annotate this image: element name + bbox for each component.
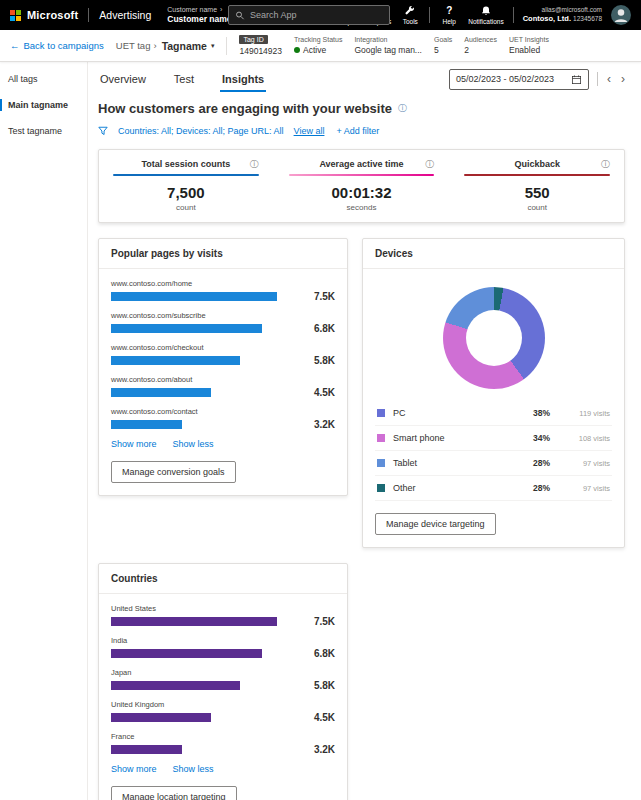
prev-date-button[interactable]: ‹ <box>607 72 611 86</box>
bar <box>111 420 182 429</box>
tabs-row: Overview Test Insights 05/02/2023 - 05/0… <box>98 66 625 92</box>
bar-row: United States 7.5K <box>111 604 335 627</box>
legend-swatch <box>377 484 385 492</box>
bell-icon <box>480 5 492 17</box>
tag-name-dropdown[interactable]: Tagname ▾ <box>162 40 215 52</box>
metric-quickback: Quickback ⓘ 550 count <box>464 159 610 212</box>
show-less-link[interactable]: Show less <box>173 764 214 774</box>
legend-swatch <box>377 409 385 417</box>
bar-row: India 6.8K <box>111 636 335 659</box>
bar <box>111 713 211 722</box>
show-more-link[interactable]: Show more <box>111 439 157 449</box>
breadcrumb: UET tag › Tagname ▾ <box>116 40 215 52</box>
integration-value: Google tag man... <box>354 45 422 55</box>
legend-row: Tablet 28% 97 visits <box>375 451 612 476</box>
bar-row: www.contoso.com/contact 3.2K <box>111 407 335 430</box>
bar <box>111 356 240 365</box>
sidebar-item-main-tagname[interactable]: Main tagname <box>0 92 87 118</box>
tab-overview[interactable]: Overview <box>98 66 148 92</box>
metrics-summary-card: Total session counts ⓘ 7,500 count Avera… <box>98 149 625 223</box>
divider <box>513 7 514 23</box>
countries-card: Countries United States 7.5K India 6.8K … <box>98 563 348 800</box>
legend-swatch <box>377 459 385 467</box>
view-all-link[interactable]: View all <box>294 126 325 136</box>
info-icon[interactable]: ⓘ <box>601 158 610 171</box>
legend-swatch <box>377 434 385 442</box>
tags-sidebar: All tags Main tagname Test tagname <box>0 62 88 800</box>
manage-conversion-goals-button[interactable]: Manage conversion goals <box>111 461 236 483</box>
show-more-link[interactable]: Show more <box>111 764 157 774</box>
info-icon[interactable]: ⓘ <box>250 158 259 171</box>
tracking-status-value: Active <box>303 45 326 55</box>
info-icon[interactable]: ⓘ <box>398 102 407 115</box>
filters-summary[interactable]: Countries: All; Devices: All; Page URL: … <box>118 126 284 136</box>
status-dot <box>294 47 300 53</box>
back-to-campaigns-link[interactable]: ← Back to campaigns <box>10 40 104 51</box>
help-button[interactable]: ? Help <box>439 5 459 25</box>
card-title: Popular pages by visits <box>99 239 347 269</box>
top-app-bar: Microsoft Advertising Customer name › Cu… <box>0 0 641 30</box>
bar-row: Japan 5.8K <box>111 668 335 691</box>
goals-field: Goals 5 <box>434 36 452 55</box>
help-label: Help <box>443 18 456 25</box>
calendar-icon <box>571 74 582 85</box>
bar <box>111 324 262 333</box>
search-box[interactable] <box>228 5 390 25</box>
metric-accent-line <box>113 174 259 176</box>
divider <box>88 8 89 22</box>
popular-pages-card: Popular pages by visits www.contoso.com/… <box>98 238 348 496</box>
bar <box>111 649 262 658</box>
next-date-button[interactable]: › <box>621 72 625 86</box>
search-icon <box>235 10 245 21</box>
sidebar-item-all-tags[interactable]: All tags <box>0 66 87 92</box>
uet-insights-value: Enabled <box>509 45 549 55</box>
manage-device-targeting-button[interactable]: Manage device targeting <box>375 513 496 535</box>
tag-id-value: 149014923 <box>239 46 282 56</box>
sidebar-item-test-tagname[interactable]: Test tagname <box>0 118 87 144</box>
audiences-field: Audiences 2 <box>464 36 497 55</box>
search-input[interactable] <box>250 10 383 20</box>
filter-funnel-icon <box>98 126 108 136</box>
date-range-value: 05/02/2023 - 05/02/2023 <box>456 74 554 84</box>
notifications-button[interactable]: Notifications <box>468 5 503 25</box>
tab-insights[interactable]: Insights <box>220 66 266 92</box>
account-info[interactable]: alias@microsoft.com Contoso, Ltd. 123456… <box>523 6 602 24</box>
bar <box>111 292 277 301</box>
manage-location-targeting-button[interactable]: Manage location targeting <box>111 786 237 800</box>
uet-insights-field: UET Insights Enabled <box>509 36 549 55</box>
tools-button[interactable]: Tools <box>400 5 420 25</box>
tools-label: Tools <box>403 18 418 25</box>
card-title: Devices <box>363 239 624 269</box>
metric-accent-line <box>289 174 435 176</box>
metric-accent-line <box>464 174 610 176</box>
bar-row: www.contoso.com/about 4.5K <box>111 375 335 398</box>
tag-id-label: Tag ID <box>239 35 267 44</box>
date-range-picker[interactable]: 05/02/2023 - 05/02/2023 <box>449 69 589 90</box>
back-arrow-icon: ← <box>10 40 20 51</box>
metric-value: 00:01:32 <box>289 184 435 201</box>
integration-field: Integration Google tag man... <box>354 36 422 55</box>
tab-test[interactable]: Test <box>172 66 196 92</box>
legend-row: PC 38% 119 visits <box>375 401 612 426</box>
person-icon <box>611 5 631 25</box>
add-filter-link[interactable]: + Add filter <box>336 126 379 136</box>
microsoft-logo-icon[interactable] <box>10 10 21 21</box>
tools-icon <box>404 5 416 17</box>
date-pager: ‹ › <box>597 72 625 86</box>
divider <box>429 7 430 23</box>
bar <box>111 745 182 754</box>
goals-value: 5 <box>434 45 452 55</box>
info-icon[interactable]: ⓘ <box>425 158 434 171</box>
devices-card: Devices PC 38% 119 visits Smart phone <box>362 238 625 548</box>
avatar[interactable] <box>611 5 631 25</box>
brand-name: Microsoft <box>27 9 78 21</box>
notifications-label: Notifications <box>468 18 503 25</box>
bar-row: www.contoso.com/subscribe 6.8K <box>111 311 335 334</box>
bar-row: www.contoso.com/home 7.5K <box>111 279 335 302</box>
bar <box>111 388 211 397</box>
chevron-right-icon: › <box>153 40 156 51</box>
chevron-down-icon: ▾ <box>211 42 215 50</box>
show-less-link[interactable]: Show less <box>173 439 214 449</box>
account-org-id: 12345678 <box>573 15 602 22</box>
insights-page: Overview Test Insights 05/02/2023 - 05/0… <box>88 62 641 800</box>
